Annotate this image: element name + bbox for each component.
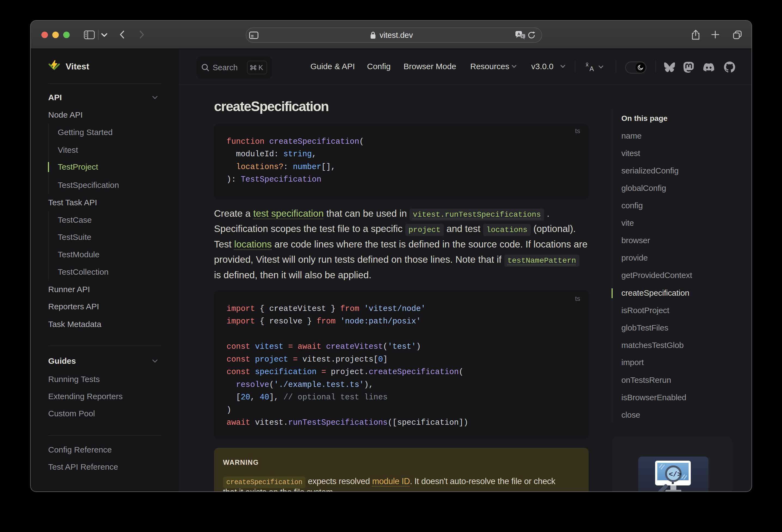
- svg-text:</>: </>: [669, 470, 681, 478]
- svg-text:A: A: [517, 32, 520, 36]
- svg-text:x̄: x̄: [586, 61, 589, 68]
- svg-text:A: A: [590, 65, 594, 72]
- svg-text:x: x: [522, 35, 524, 38]
